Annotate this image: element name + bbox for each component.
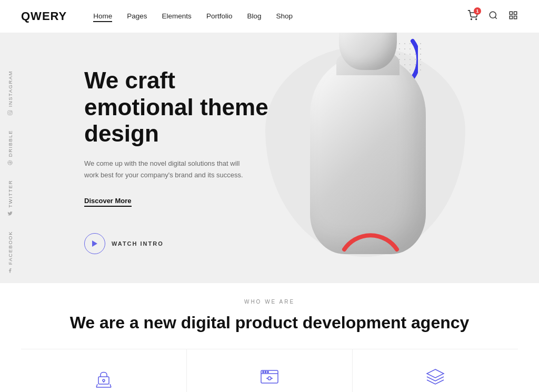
side-social: Instagram Dribble Twitter Facebook — [0, 63, 21, 280]
social-twitter[interactable]: Twitter — [0, 173, 21, 224]
social-instagram[interactable]: Instagram — [0, 63, 21, 123]
layers-icon — [424, 365, 447, 392]
svg-marker-12 — [92, 240, 97, 247]
svg-point-16 — [103, 379, 105, 381]
nav-right: 1 — [467, 10, 518, 23]
svg-rect-7 — [510, 16, 512, 18]
navigation: QWERY Home Pages Elements Portfolio Blog… — [0, 0, 539, 33]
svg-point-22 — [265, 371, 266, 373]
section-label: WHO WE ARE — [21, 299, 518, 305]
social-dribble[interactable]: Dribble — [0, 123, 21, 173]
brand-logo[interactable]: QWERY — [21, 9, 67, 23]
watch-intro-button[interactable]: WATCH INTRO — [84, 233, 284, 254]
discover-button[interactable]: Discover More — [84, 197, 132, 207]
cart-icon[interactable]: 1 — [467, 10, 478, 23]
hero-section: We craft emotional theme design We come … — [0, 31, 539, 283]
hero-title: We craft emotional theme design — [84, 67, 284, 147]
hero-subtitle: We come up with the novel digital soluti… — [84, 158, 247, 181]
svg-rect-13 — [98, 377, 109, 384]
svg-point-9 — [9, 112, 11, 114]
search-icon[interactable] — [488, 11, 498, 23]
nav-blog[interactable]: Blog — [247, 12, 261, 21]
feature-support: Free Updates & Support — [353, 349, 518, 392]
social-facebook[interactable]: Facebook — [0, 224, 21, 280]
nav-shop[interactable]: Shop — [276, 12, 293, 21]
svg-rect-4 — [510, 12, 512, 14]
code-icon — [258, 365, 281, 392]
cart-badge: 1 — [474, 7, 481, 15]
red-arc-decoration — [339, 213, 402, 257]
nav-home[interactable]: Home — [93, 12, 112, 21]
play-circle — [84, 233, 105, 254]
svg-point-23 — [267, 371, 268, 373]
svg-point-10 — [11, 112, 12, 112]
svg-point-0 — [471, 18, 472, 19]
feature-endless: Endless Possibilities — [21, 349, 187, 392]
svg-rect-5 — [514, 12, 517, 14]
svg-rect-6 — [514, 16, 517, 18]
svg-point-24 — [268, 377, 271, 380]
svg-point-1 — [476, 18, 477, 19]
svg-marker-27 — [427, 369, 444, 378]
svg-point-2 — [490, 12, 496, 18]
feature-code: Super Clean Code — [187, 349, 353, 392]
features-row: Endless Possibilities Super Clean Code — [21, 349, 518, 392]
section-title: We are a new digital product development… — [21, 312, 518, 333]
endless-icon — [92, 365, 115, 392]
nav-elements[interactable]: Elements — [162, 12, 192, 21]
nav-portfolio[interactable]: Portfolio — [206, 12, 233, 21]
who-section: WHO WE ARE We are a new digital product … — [0, 283, 539, 392]
hero-content: We craft emotional theme design We come … — [84, 67, 284, 254]
grid-icon[interactable] — [508, 11, 518, 23]
nav-links: Home Pages Elements Portfolio Blog Shop — [93, 12, 293, 21]
watch-intro-label: WATCH INTRO — [112, 240, 164, 247]
nav-pages[interactable]: Pages — [127, 12, 147, 21]
svg-line-3 — [495, 17, 496, 18]
svg-point-21 — [263, 371, 264, 373]
